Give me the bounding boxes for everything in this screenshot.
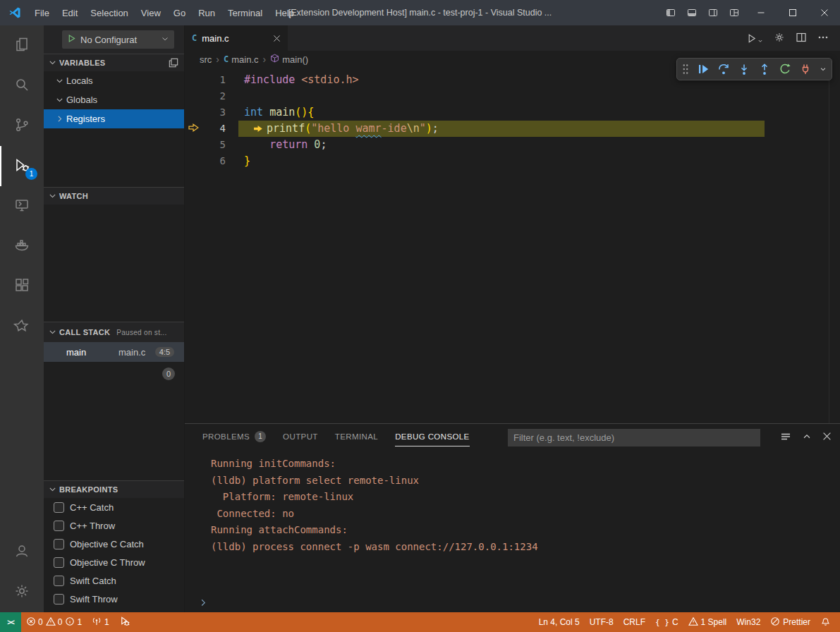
glyph-margin[interactable] xyxy=(185,121,202,137)
customize-layout-icon[interactable] xyxy=(724,0,745,25)
close-panel-icon[interactable] xyxy=(822,432,832,443)
maximize-button[interactable] xyxy=(777,0,808,25)
ports-status[interactable]: 1 xyxy=(87,612,114,632)
close-button[interactable] xyxy=(808,0,840,25)
encoding[interactable]: UTF-8 xyxy=(585,612,619,632)
platform-status[interactable]: Win32 xyxy=(731,612,765,632)
debug-status[interactable] xyxy=(114,612,135,632)
panel-tab-problems[interactable]: PROBLEMS1 xyxy=(202,428,266,446)
close-tab-icon[interactable] xyxy=(273,35,281,42)
panel-tab-terminal[interactable]: TERMINAL xyxy=(335,428,378,446)
checkbox-icon[interactable] xyxy=(54,576,64,586)
variables-item-globals[interactable]: Globals xyxy=(44,90,184,109)
notifications-bell[interactable] xyxy=(815,612,836,632)
code-line-6[interactable]: 6} xyxy=(185,153,840,169)
menu-run[interactable]: Run xyxy=(192,0,221,25)
line-number[interactable]: 4 xyxy=(202,121,226,137)
activity-item-explorer[interactable] xyxy=(0,25,44,66)
activity-item-remote-explorer[interactable] xyxy=(0,186,44,226)
activity-item-favorites[interactable] xyxy=(0,307,44,347)
console-input[interactable] xyxy=(185,594,840,612)
activity-item-run-and-debug[interactable]: 1 xyxy=(0,146,44,186)
breakpoint-item[interactable]: Swift Throw xyxy=(44,590,184,608)
language-mode[interactable]: { } C xyxy=(650,612,683,632)
glyph-margin[interactable] xyxy=(185,72,202,88)
line-number[interactable]: 2 xyxy=(202,88,226,104)
glyph-margin[interactable] xyxy=(185,137,202,153)
toggle-primary-sidebar-icon[interactable] xyxy=(660,0,681,25)
watch-section-header[interactable]: WATCH xyxy=(44,188,184,205)
checkbox-icon[interactable] xyxy=(54,502,64,513)
tab-main-c[interactable]: C main.c xyxy=(185,25,288,51)
problems-status[interactable]: 0 0 1 xyxy=(21,612,87,632)
toggle-secondary-sidebar-icon[interactable] xyxy=(702,0,724,25)
menu-selection[interactable]: Selection xyxy=(84,0,134,25)
line-number[interactable]: 3 xyxy=(202,104,226,121)
spell-checker-status[interactable]: 1 Spell xyxy=(683,612,732,632)
glyph-margin[interactable] xyxy=(185,88,202,104)
restart-icon[interactable] xyxy=(779,63,791,75)
remote-indicator[interactable]: >< xyxy=(0,612,21,632)
code-line-5[interactable]: 5 return 0; xyxy=(185,137,840,153)
step-out-icon[interactable] xyxy=(758,63,771,75)
continue-icon[interactable] xyxy=(697,63,710,75)
checkbox-icon[interactable] xyxy=(54,557,64,568)
menu-terminal[interactable]: Terminal xyxy=(221,0,269,25)
maximize-panel-icon[interactable] xyxy=(802,432,812,444)
breakpoint-item[interactable]: C++ Catch xyxy=(44,498,184,516)
editor-gear-icon[interactable] xyxy=(774,32,785,45)
code-line-2[interactable]: 2 xyxy=(185,88,840,104)
console-filter-input[interactable] xyxy=(508,429,760,446)
activity-item-settings[interactable] xyxy=(0,572,44,612)
breadcrumb-folder[interactable]: src xyxy=(200,54,212,65)
step-over-icon[interactable] xyxy=(717,63,730,75)
split-editor-icon[interactable] xyxy=(796,32,807,45)
panel-tab-debug-console[interactable]: DEBUG CONSOLE xyxy=(395,428,470,446)
code-line-4[interactable]: 4printf("hello wamr-ide\n"); xyxy=(185,121,840,137)
step-into-icon[interactable] xyxy=(738,63,750,75)
glyph-margin[interactable] xyxy=(185,104,202,121)
variables-item-locals[interactable]: Locals xyxy=(44,71,184,90)
formatter-status[interactable]: Prettier xyxy=(765,612,815,632)
run-file-button[interactable] xyxy=(746,33,763,44)
debug-config-select[interactable]: No Configurat xyxy=(62,30,174,49)
activity-item-accounts[interactable] xyxy=(0,532,44,572)
menu-view[interactable]: View xyxy=(135,0,167,25)
toggle-panel-icon[interactable] xyxy=(681,0,702,25)
call-stack-frame[interactable]: main main.c 4:5 xyxy=(44,342,184,362)
activity-item-extensions[interactable] xyxy=(0,267,44,307)
checkbox-icon[interactable] xyxy=(54,539,64,549)
menu-go[interactable]: Go xyxy=(167,0,192,25)
variables-section-header[interactable]: VARIABLES xyxy=(44,54,184,71)
breakpoint-item[interactable]: C++ Throw xyxy=(44,516,184,535)
line-number[interactable]: 1 xyxy=(202,72,226,88)
scrollbar[interactable] xyxy=(829,68,829,423)
breadcrumb-file[interactable]: C main.c xyxy=(224,54,259,65)
breadcrumb-symbol[interactable]: main() xyxy=(270,54,308,65)
variables-item-registers[interactable]: Registers xyxy=(44,109,184,128)
menu-file[interactable]: File xyxy=(28,0,56,25)
activity-item-search[interactable] xyxy=(0,66,44,106)
collapse-all-icon[interactable] xyxy=(169,58,178,68)
breakpoint-item[interactable]: Swift Catch xyxy=(44,571,184,590)
cursor-position[interactable]: Ln 4, Col 5 xyxy=(534,612,585,632)
toolbar-drag-handle[interactable] xyxy=(682,63,689,75)
disconnect-icon[interactable] xyxy=(799,63,812,75)
breakpoint-item[interactable]: Objective C Throw xyxy=(44,553,184,571)
glyph-margin[interactable] xyxy=(185,153,202,169)
eol-sequence[interactable]: CRLF xyxy=(619,612,650,632)
minimize-button[interactable] xyxy=(745,0,777,25)
more-actions-icon[interactable] xyxy=(817,32,829,45)
activity-item-source-control[interactable] xyxy=(0,106,44,146)
checkbox-icon[interactable] xyxy=(54,594,64,604)
breakpoint-item[interactable]: Objective C Catch xyxy=(44,535,184,553)
call-stack-section-header[interactable]: CALL STACK Paused on st... xyxy=(44,322,184,342)
code-line-3[interactable]: 3int main(){ xyxy=(185,104,840,121)
console-options-icon[interactable] xyxy=(780,431,791,444)
panel-tab-output[interactable]: OUTPUT xyxy=(283,428,318,446)
line-number[interactable]: 5 xyxy=(202,137,226,153)
activity-item-docker[interactable] xyxy=(0,226,44,267)
line-number[interactable]: 6 xyxy=(202,153,226,169)
chevron-down-icon[interactable] xyxy=(820,66,827,73)
menu-edit[interactable]: Edit xyxy=(56,0,84,25)
